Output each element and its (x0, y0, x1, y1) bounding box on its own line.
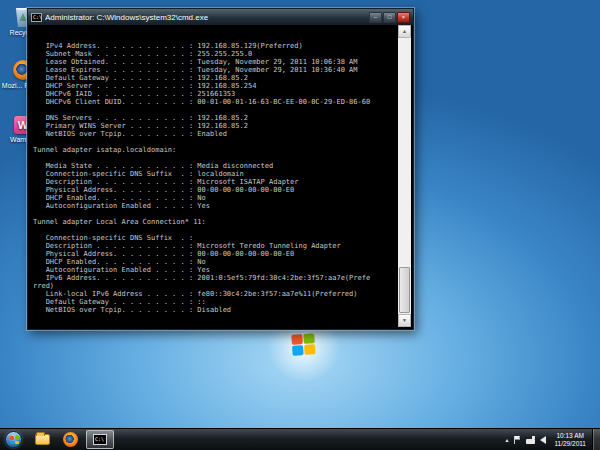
taskbar-item-firefox[interactable] (58, 431, 82, 449)
cmd-window: Administrator: C:\Windows\system32\cmd.e… (27, 8, 414, 330)
console-line: NetBIOS over Tcpip. . . . . . . . : Disa… (33, 306, 398, 314)
taskbar-items: C:\ (30, 430, 504, 449)
cmd-icon: C:\ (93, 434, 107, 445)
clock-date: 11/29/2011 (554, 440, 586, 448)
console-line: Tunnel adapter isatap.localdomain: (33, 146, 398, 154)
scrollbar-thumb[interactable] (399, 267, 410, 313)
console-line: NetBIOS over Tcpip. . . . . . . . : Enab… (33, 130, 398, 138)
console-line: Physical Address. . . . . . . . . : 00-0… (33, 250, 398, 258)
console-output[interactable]: IPv4 Address. . . . . . . . . . . : 192.… (30, 25, 398, 327)
console-line: Subnet Mask . . . . . . . . . . . : 255.… (33, 50, 398, 58)
console-line: IPv6 Address. . . . . . . . . . . : 2001… (33, 274, 398, 282)
console-line: IPv4 Address. . . . . . . . . . . : 192.… (33, 42, 398, 50)
console-lines: IPv4 Address. . . . . . . . . . . : 192.… (33, 42, 398, 322)
console-line (33, 154, 398, 162)
console-line (33, 210, 398, 218)
start-button[interactable] (5, 431, 22, 448)
volume-icon[interactable] (540, 436, 546, 444)
console-line: Connection-specific DNS Suffix . : (33, 234, 398, 242)
folder-icon (35, 434, 50, 445)
console-line: Lease Obtained. . . . . . . . . . : Tues… (33, 58, 398, 66)
console-line: Primary WINS Server . . . . . . . : 192.… (33, 122, 398, 130)
scroll-down-button[interactable]: ▼ (398, 314, 411, 327)
taskbar-clock[interactable]: 10:13 AM 11/29/2011 (554, 432, 586, 448)
console-line: DHCP Enabled. . . . . . . . . . . : No (33, 194, 398, 202)
console-line: Media State . . . . . . . . . . . : Medi… (33, 162, 398, 170)
close-button[interactable]: × (397, 12, 410, 23)
start-windows-flag-icon (10, 436, 19, 444)
console-line: DHCP Server . . . . . . . . . . . : 192.… (33, 82, 398, 90)
console-line: Lease Expires . . . . . . . . . . : Tues… (33, 66, 398, 74)
console-line: rred) (33, 282, 398, 290)
console-line: Tunnel adapter Local Area Connection* 11… (33, 218, 398, 226)
wallpaper-windows-logo (282, 324, 326, 368)
window-title: Administrator: C:\Windows\system32\cmd.e… (45, 13, 366, 22)
console-line: DHCP Enabled. . . . . . . . . . . : No (33, 258, 398, 266)
console-line (33, 138, 398, 146)
console-scrollbar[interactable]: ▲ ▼ (398, 25, 411, 327)
console-line: DNS Servers . . . . . . . . . . . : 192.… (33, 114, 398, 122)
console-line: Autoconfiguration Enabled . . . . : Yes (33, 266, 398, 274)
console-line (33, 314, 398, 322)
caption-buttons: – □ × (369, 12, 410, 23)
show-hidden-icons-button[interactable]: ▲ (504, 437, 509, 443)
scroll-up-button[interactable]: ▲ (398, 25, 411, 38)
console-line: Link-local IPv6 Address . . . . . : fe80… (33, 290, 398, 298)
console-line: DHCPv6 Client DUID. . . . . . . . : 00-0… (33, 98, 398, 106)
console-line (33, 106, 398, 114)
taskbar: C:\ ▲ 10:13 AM 11/29/2011 (0, 428, 600, 450)
console-line: Default Gateway . . . . . . . . . : :: (33, 298, 398, 306)
taskbar-item-explorer[interactable] (30, 431, 54, 449)
console-line: DHCPv6 IAID . . . . . . . . . . . : 2516… (33, 90, 398, 98)
network-icon[interactable] (526, 436, 535, 444)
cmd-icon (31, 13, 42, 22)
action-center-flag-icon[interactable] (514, 436, 521, 444)
desktop[interactable]: Recycl... Mozi... Firef... Wamp... Admin… (0, 0, 600, 450)
windows-flag-icon (291, 333, 316, 357)
console-line: Description . . . . . . . . . . . : Micr… (33, 178, 398, 186)
console-line: Autoconfiguration Enabled . . . . : Yes (33, 202, 398, 210)
console-line: Connection-specific DNS Suffix . : local… (33, 170, 398, 178)
system-tray: ▲ 10:13 AM 11/29/2011 (504, 432, 590, 448)
console-line: Description . . . . . . . . . . . : Micr… (33, 242, 398, 250)
show-desktop-button[interactable] (592, 429, 600, 450)
taskbar-item-cmd-active[interactable]: C:\ (86, 430, 114, 449)
firefox-icon (63, 432, 78, 447)
clock-time: 10:13 AM (554, 432, 586, 440)
window-titlebar[interactable]: Administrator: C:\Windows\system32\cmd.e… (28, 9, 413, 25)
console-line (33, 226, 398, 234)
console-line: Physical Address. . . . . . . . . : 00-0… (33, 186, 398, 194)
minimize-button[interactable]: – (369, 12, 382, 23)
console-line: Default Gateway . . . . . . . . . : 192.… (33, 74, 398, 82)
maximize-button[interactable]: □ (383, 12, 396, 23)
